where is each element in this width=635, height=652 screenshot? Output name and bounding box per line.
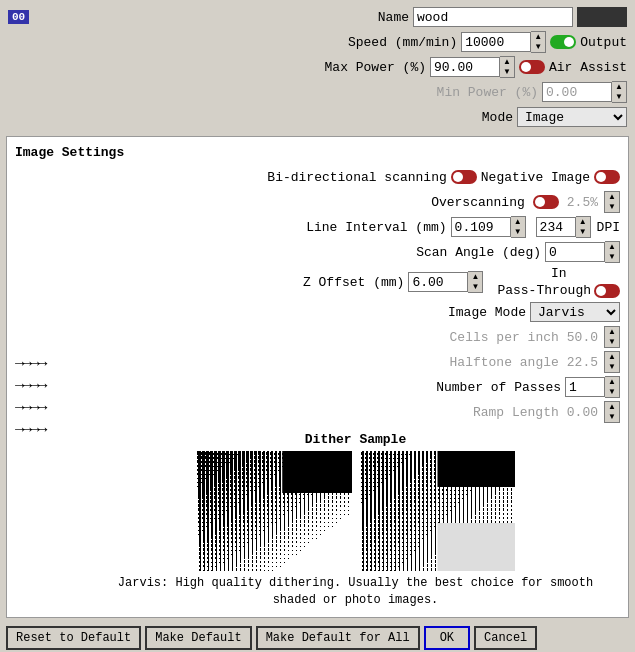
- line-interval-input[interactable]: [451, 217, 511, 237]
- dpi-down-btn[interactable]: ▼: [576, 227, 590, 237]
- num-passes-label: Number of Passes: [91, 380, 561, 395]
- line-interval-row: Line Interval (mm) ▲ ▼ ▲: [91, 216, 620, 238]
- image-mode-select[interactable]: Jarvis: [530, 302, 620, 322]
- dpi-spinner[interactable]: ▲ ▼: [536, 216, 591, 238]
- line-interval-spinner[interactable]: ▲ ▼: [451, 216, 526, 238]
- cells-up-btn[interactable]: ▲: [605, 327, 619, 337]
- scan-angle-spinner-btn[interactable]: ▲ ▼: [605, 241, 620, 263]
- halftone-down-btn[interactable]: ▼: [605, 362, 619, 372]
- scan-angle-down-btn[interactable]: ▼: [605, 252, 619, 262]
- max-power-spinner-btn[interactable]: ▲ ▼: [500, 56, 515, 78]
- min-power-down-btn[interactable]: ▼: [612, 92, 626, 102]
- air-assist-label: Air Assist: [549, 60, 627, 75]
- max-power-up-btn[interactable]: ▲: [500, 57, 514, 67]
- max-power-input[interactable]: [430, 57, 500, 77]
- ramp-length-down-btn[interactable]: ▼: [605, 412, 619, 422]
- overscanning-toggle[interactable]: [533, 195, 559, 209]
- num-passes-up-btn[interactable]: ▲: [605, 377, 619, 387]
- overscanning-spinner-btn[interactable]: ▲ ▼: [604, 191, 620, 213]
- dpi-input[interactable]: [536, 217, 576, 237]
- air-assist-toggle[interactable]: [519, 60, 545, 74]
- bi-directional-label: Bi-directional scanning: [91, 170, 447, 185]
- cells-spinner-btn[interactable]: ▲ ▼: [604, 326, 620, 348]
- ramp-length-spinner-btn[interactable]: ▲ ▼: [604, 401, 620, 423]
- ramp-length-up-btn[interactable]: ▲: [605, 402, 619, 412]
- min-power-input[interactable]: [542, 82, 612, 102]
- output-label: Output: [580, 35, 627, 50]
- z-offset-input[interactable]: [408, 272, 468, 292]
- z-offset-spinner-btn[interactable]: ▲ ▼: [468, 271, 483, 293]
- line-interval-label: Line Interval (mm): [91, 220, 447, 235]
- scan-angle-label: Scan Angle (deg): [91, 245, 541, 260]
- overscanning-value: 2.5%: [567, 195, 598, 210]
- make-default-button[interactable]: Make Default: [145, 626, 251, 650]
- output-toggle[interactable]: [550, 35, 576, 49]
- z-offset-up-btn[interactable]: ▲: [468, 272, 482, 282]
- name-input[interactable]: [413, 7, 573, 27]
- reset-button[interactable]: Reset to Default: [6, 626, 141, 650]
- negative-image-toggle[interactable]: [594, 170, 620, 184]
- settings-inner: →→→→ →→→→ →→→→ →→→→ Bi-directional scann…: [15, 166, 620, 609]
- dither-section: Dither Sample Jarvis: High quality dithe…: [91, 432, 620, 609]
- num-passes-down-btn[interactable]: ▼: [605, 387, 619, 397]
- dither-caption: Jarvis: High quality dithering. Usually …: [91, 575, 620, 609]
- line-interval-spinner-btn[interactable]: ▲ ▼: [511, 216, 526, 238]
- dpi-spinner-btn[interactable]: ▲ ▼: [576, 216, 591, 238]
- max-power-row: Max Power (%) ▲ ▼ Air Assist: [8, 56, 627, 78]
- min-power-label: Min Power (%): [358, 85, 538, 100]
- speed-spinner-btn[interactable]: ▲ ▼: [531, 31, 546, 53]
- in-label: In: [497, 266, 620, 281]
- pass-through-toggle[interactable]: [594, 284, 620, 298]
- halftone-label: Halftone angle: [91, 355, 559, 370]
- scan-angle-up-btn[interactable]: ▲: [605, 242, 619, 252]
- line-interval-down-btn[interactable]: ▼: [511, 227, 525, 237]
- num-passes-spinner-btn[interactable]: ▲ ▼: [605, 376, 620, 398]
- halftone-up-btn[interactable]: ▲: [605, 352, 619, 362]
- speed-up-btn[interactable]: ▲: [531, 32, 545, 42]
- max-power-down-btn[interactable]: ▼: [500, 67, 514, 77]
- min-power-spinner-btn[interactable]: ▲ ▼: [612, 81, 627, 103]
- num-passes-input[interactable]: [565, 377, 605, 397]
- overscanning-row: Overscanning 2.5% ▲ ▼: [91, 191, 620, 213]
- cells-down-btn[interactable]: ▼: [605, 337, 619, 347]
- bi-directional-toggle[interactable]: [451, 170, 477, 184]
- overscanning-down-btn[interactable]: ▼: [605, 202, 619, 212]
- line-interval-up-btn[interactable]: ▲: [511, 217, 525, 227]
- image-settings-panel: Image Settings →→→→ →→→→ →→→→ →→→→ Bi-di…: [6, 136, 629, 618]
- min-power-up-btn[interactable]: ▲: [612, 82, 626, 92]
- dpi-up-btn[interactable]: ▲: [576, 217, 590, 227]
- speed-input[interactable]: [461, 32, 531, 52]
- max-power-spinner[interactable]: ▲ ▼: [430, 56, 515, 78]
- image-mode-row: Image Mode Jarvis: [91, 301, 620, 323]
- arrow-3: →→→→: [15, 399, 85, 417]
- ok-button[interactable]: OK: [424, 626, 470, 650]
- speed-row: Speed (mm/min) ▲ ▼ Output: [8, 31, 627, 53]
- z-offset-spinner[interactable]: ▲ ▼: [408, 271, 483, 293]
- overscanning-label: Overscanning: [91, 195, 525, 210]
- mode-select[interactable]: Image: [517, 107, 627, 127]
- ramp-length-value: 0.00: [567, 405, 598, 420]
- z-offset-down-btn[interactable]: ▼: [468, 282, 482, 292]
- top-bar: 00 Name Speed (mm/min) ▲ ▼ Output Max Po…: [0, 0, 635, 132]
- negative-image-label: Negative Image: [481, 170, 590, 185]
- dpi-label: DPI: [597, 220, 620, 235]
- color-swatch[interactable]: [577, 7, 627, 27]
- halftone-spinner-btn[interactable]: ▲ ▼: [604, 351, 620, 373]
- dither-canvas-right: [360, 451, 515, 571]
- speed-down-btn[interactable]: ▼: [531, 42, 545, 52]
- scan-angle-spinner[interactable]: ▲ ▼: [545, 241, 620, 263]
- scan-angle-input[interactable]: [545, 242, 605, 262]
- dither-canvas-left: [197, 451, 352, 571]
- make-default-all-button[interactable]: Make Default for All: [256, 626, 420, 650]
- num-passes-row: Number of Passes ▲ ▼: [91, 376, 620, 398]
- arrows-col: →→→→ →→→→ →→→→ →→→→: [15, 166, 85, 609]
- num-passes-spinner[interactable]: ▲ ▼: [565, 376, 620, 398]
- image-mode-label: Image Mode: [91, 305, 526, 320]
- speed-spinner[interactable]: ▲ ▼: [461, 31, 546, 53]
- arrow-2: →→→→: [15, 377, 85, 395]
- overscanning-up-btn[interactable]: ▲: [605, 192, 619, 202]
- min-power-spinner[interactable]: ▲ ▼: [542, 81, 627, 103]
- cancel-button[interactable]: Cancel: [474, 626, 537, 650]
- max-power-label: Max Power (%): [246, 60, 426, 75]
- name-row: 00 Name: [8, 6, 627, 28]
